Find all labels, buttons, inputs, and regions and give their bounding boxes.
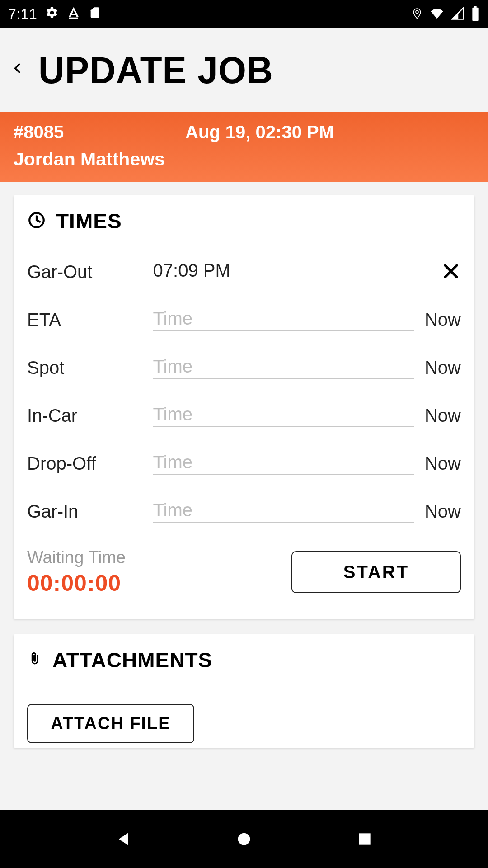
waiting-time-row: Waiting Time 00:00:00 START xyxy=(27,548,461,596)
location-pin-icon xyxy=(411,7,423,22)
cell-signal-icon xyxy=(451,7,465,22)
time-row-gar-out: Gar-Out xyxy=(27,260,461,283)
waiting-time-label: Waiting Time xyxy=(27,548,126,567)
app-header: UPDATE JOB xyxy=(0,28,488,112)
time-input-in-car[interactable] xyxy=(153,404,414,425)
time-input-wrap[interactable] xyxy=(153,308,414,331)
job-customer-name: Jordan Matthews xyxy=(14,149,474,170)
svg-point-2 xyxy=(238,833,250,845)
clear-button-gar-out[interactable] xyxy=(414,261,461,283)
time-input-gar-in[interactable] xyxy=(153,500,414,520)
times-card: TIMES Gar-Out ETA Now Spot xyxy=(14,195,474,619)
now-button-eta[interactable]: Now xyxy=(414,310,461,330)
page-title-wrap: UPDATE JOB xyxy=(38,52,273,89)
time-input-gar-out[interactable] xyxy=(153,260,414,281)
back-icon[interactable] xyxy=(11,58,25,82)
nav-home-button[interactable] xyxy=(233,828,255,850)
android-status-bar: 7:11 xyxy=(0,0,488,28)
battery-icon xyxy=(471,6,480,23)
attachments-card: ATTACHMENTS ATTACH FILE xyxy=(14,634,474,748)
wifi-icon xyxy=(429,7,445,22)
times-card-header: TIMES xyxy=(27,209,461,233)
nav-back-button[interactable] xyxy=(113,828,134,850)
job-datetime: Aug 19, 02:30 PM xyxy=(185,122,334,142)
android-nav-bar xyxy=(0,810,488,868)
time-row-spot: Spot Now xyxy=(27,356,461,379)
status-right-group xyxy=(411,6,480,23)
time-row-eta: ETA Now xyxy=(27,308,461,331)
time-input-wrap[interactable] xyxy=(153,404,414,427)
attachments-card-title: ATTACHMENTS xyxy=(52,648,212,672)
time-label-eta: ETA xyxy=(27,310,153,330)
main-content: TIMES Gar-Out ETA Now Spot xyxy=(0,182,488,777)
time-row-gar-in: Gar-In Now xyxy=(27,500,461,523)
page-title: UPDATE JOB xyxy=(38,52,273,90)
svg-rect-0 xyxy=(69,17,78,19)
sd-card-icon xyxy=(89,6,101,23)
time-input-spot[interactable] xyxy=(153,356,414,377)
now-button-spot[interactable]: Now xyxy=(414,358,461,378)
paperclip-icon xyxy=(27,649,42,671)
times-card-title: TIMES xyxy=(56,209,122,233)
time-input-wrap[interactable] xyxy=(153,452,414,475)
start-button[interactable]: START xyxy=(291,551,461,593)
svg-rect-3 xyxy=(359,833,370,844)
now-button-gar-in[interactable]: Now xyxy=(414,501,461,522)
font-a-icon xyxy=(67,6,80,23)
time-label-spot: Spot xyxy=(27,358,153,378)
time-label-in-car: In-Car xyxy=(27,406,153,426)
time-row-in-car: In-Car Now xyxy=(27,404,461,427)
time-row-drop-off: Drop-Off Now xyxy=(27,452,461,475)
now-button-in-car[interactable]: Now xyxy=(414,406,461,426)
nav-recents-button[interactable] xyxy=(354,828,375,850)
time-input-wrap[interactable] xyxy=(153,260,414,283)
time-label-gar-out: Gar-Out xyxy=(27,262,153,282)
time-input-eta[interactable] xyxy=(153,308,414,329)
attach-file-button[interactable]: ATTACH FILE xyxy=(27,704,194,743)
time-input-drop-off[interactable] xyxy=(153,452,414,472)
time-input-wrap[interactable] xyxy=(153,500,414,523)
time-label-drop-off: Drop-Off xyxy=(27,453,153,474)
time-input-wrap[interactable] xyxy=(153,356,414,379)
now-button-drop-off[interactable]: Now xyxy=(414,453,461,474)
time-label-gar-in: Gar-In xyxy=(27,501,153,522)
attachments-card-header: ATTACHMENTS xyxy=(27,648,461,672)
job-id: #8085 xyxy=(14,122,185,142)
waiting-time-value: 00:00:00 xyxy=(27,570,126,596)
status-time: 7:11 xyxy=(8,6,37,23)
status-left-group: 7:11 xyxy=(8,6,101,23)
close-icon xyxy=(441,261,461,283)
job-banner: #8085 Aug 19, 02:30 PM Jordan Matthews xyxy=(0,112,488,182)
gear-icon xyxy=(45,6,59,23)
clock-icon xyxy=(27,211,46,231)
